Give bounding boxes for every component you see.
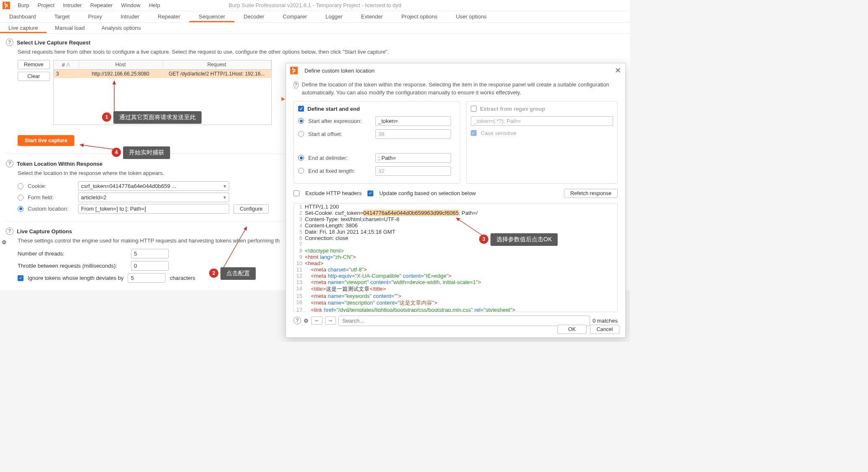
menu-burp[interactable]: Burp [13,2,33,8]
search-next-button[interactable]: → [325,316,336,325]
tab-user-options[interactable]: User options [447,11,496,22]
tab-logger[interactable]: Logger [316,11,351,22]
configure-button[interactable]: Configure [233,204,269,214]
label-start-offset: Start at offset: [308,131,371,137]
remove-button[interactable]: Remove [18,60,50,69]
radio-start-after[interactable] [298,118,304,124]
main-tabs: Dashboard Target Proxy Intruder Repeater… [0,11,630,23]
label-end-length: End at fixed length: [308,168,371,174]
help-icon[interactable]: ? [6,39,13,46]
ok-button[interactable]: OK [557,325,587,334]
dialog-title: Define custom token location [304,68,375,74]
throttle-input[interactable] [131,261,169,271]
radio-end-length[interactable] [298,168,304,174]
tab-dashboard[interactable]: Dashboard [0,11,45,22]
tab-proxy[interactable]: Proxy [79,11,111,22]
cell-request: GET /dyd/article/2 HTTP/1.1Host: 192.16.… [163,70,271,78]
label-update-config: Update config based on selection below [379,190,476,196]
tab-extender[interactable]: Extender [352,11,392,22]
tab-repeater[interactable]: Repeater [149,11,189,22]
cookie-select[interactable]: csrf_token=0414776a64e044d0b659 ... [78,181,229,191]
tab-intruder[interactable]: Intruder [111,11,149,22]
checkbox-update-config[interactable]: ✓ [367,190,373,196]
tab-project-options[interactable]: Project options [392,11,447,22]
checkbox-regex-group[interactable] [471,106,477,112]
section-live-options-title: Live Capture Options [17,228,72,235]
label-threads: Number of threads: [18,250,127,257]
tab-target[interactable]: Target [45,11,79,22]
radio-start-offset[interactable] [298,131,304,137]
checkbox-ignore-length[interactable]: ✓ [18,275,24,281]
label-start-after: Start after expression: [308,118,371,124]
subtab-live-capture[interactable]: Live capture [0,23,47,33]
sequencer-subtabs: Live capture Manual load Analysis option… [0,23,630,34]
help-icon[interactable]: ? [294,317,301,324]
form-field-select[interactable]: articleId=2 [78,193,229,202]
tab-sequencer[interactable]: Sequencer [189,11,234,22]
end-length-input[interactable] [375,166,451,176]
start-offset-input[interactable] [375,129,451,139]
radio-custom-location[interactable] [18,206,24,212]
menu-project[interactable]: Project [33,2,58,8]
radio-end-delimiter[interactable] [298,155,304,161]
cancel-button[interactable]: Cancel [590,325,619,334]
col-number[interactable]: # [62,62,65,68]
menu-window[interactable]: Window [117,2,144,8]
tab-decoder[interactable]: Decoder [234,11,273,22]
search-prev-button[interactable]: ← [311,316,323,325]
regex-input[interactable] [471,116,613,126]
col-host[interactable]: Host [79,60,163,69]
menubar: Burp Project Intruder Repeater Window He… [0,0,630,11]
search-input[interactable] [338,316,590,326]
start-live-capture-button[interactable]: Start live capture [18,135,74,146]
fs2-title: Extract from regex group [480,106,545,112]
cell-host: http://192.166.66.25:8080 [79,70,163,78]
tab-comparer[interactable]: Comparer [273,11,316,22]
label-end-delimiter: End at delimiter: [308,155,371,161]
annotation-1-dot: 1 [102,112,111,122]
section-select-request-title: Select Live Capture Request [17,39,91,46]
menu-intruder[interactable]: Intruder [59,2,86,8]
label-ignore-b: characters [170,275,195,281]
checkbox-define-start-end[interactable]: ✓ [298,106,304,112]
burp-logo-icon [290,67,298,74]
annotation-4: 开始实时捕获 [123,146,170,159]
help-icon[interactable]: ? [294,81,299,89]
threads-input[interactable] [131,249,169,258]
label-throttle: Throttle between requests (milliseconds)… [18,263,127,269]
label-cookie: Cookie: [28,183,74,189]
response-viewer[interactable]: 1HTTP/1.1 200 2Set-Cookie: csrf_token=04… [294,203,618,312]
table-row[interactable]: 3 http://192.166.66.25:8080 GET /dyd/art… [54,70,271,78]
col-request[interactable]: Request [163,60,271,69]
annotation-3-dot: 3 [479,235,488,244]
subtab-manual-load[interactable]: Manual load [47,23,93,33]
fs1-title: Define start and end [307,106,360,112]
custom-location-input[interactable]: From [_token=] to [; Path=] [78,204,229,214]
gear-icon[interactable]: ⚙ [304,318,309,324]
menu-repeater[interactable]: Repeater [86,2,117,8]
annotation-1: 通过其它页面将请求发送至此 [113,111,202,124]
gear-icon[interactable]: ⚙ [2,239,9,247]
checkbox-exclude-headers[interactable] [294,190,299,196]
radio-form-field[interactable] [18,195,24,201]
menu-help[interactable]: Help [144,2,164,8]
burp-logo-icon [3,2,10,9]
sort-asc-icon: ᐱ [66,62,70,68]
end-delimiter-input[interactable] [375,153,451,163]
start-after-input[interactable] [375,116,451,126]
annotation-2: 点击配置 [220,267,256,280]
help-icon[interactable]: ? [6,227,13,235]
label-exclude-headers: Exclude HTTP headers [305,190,362,196]
label-case-sensitive: Case sensitive [481,130,517,136]
ignore-length-input[interactable] [128,273,165,283]
subtab-analysis-options[interactable]: Analysis options [93,23,149,33]
section-token-location-title: Token Location Within Response [17,161,102,167]
label-ignore-a: Ignore tokens whose length deviates by [28,275,123,281]
drag-marker-icon[interactable]: ▸ [281,94,285,103]
radio-cookie[interactable] [18,183,24,189]
refetch-response-button[interactable]: Refetch response [564,189,618,198]
clear-button[interactable]: Clear [18,72,50,81]
checkbox-case-sensitive[interactable]: ✓ [471,130,477,136]
close-icon[interactable]: ✕ [615,66,621,75]
help-icon[interactable]: ? [6,160,13,167]
